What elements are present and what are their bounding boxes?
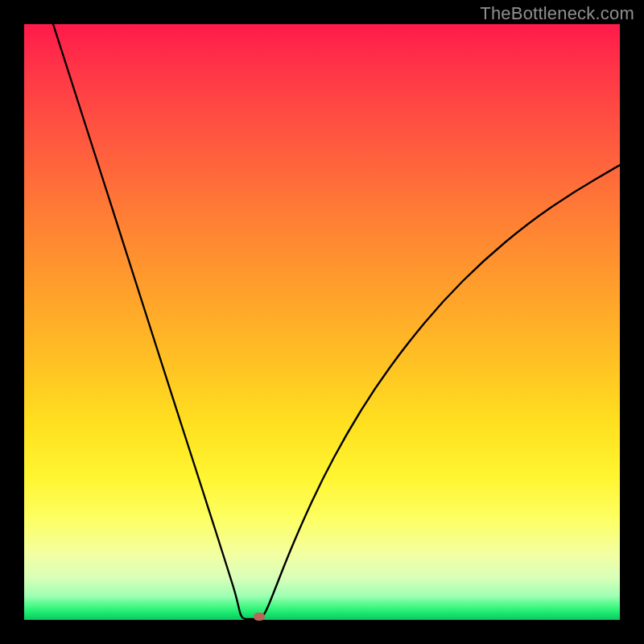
watermark-text: TheBottleneck.com: [480, 3, 634, 24]
bottleneck-curve: [24, 24, 620, 620]
minimum-marker: [254, 613, 265, 621]
chart-frame: TheBottleneck.com: [0, 0, 644, 644]
plot-area: [24, 24, 620, 620]
